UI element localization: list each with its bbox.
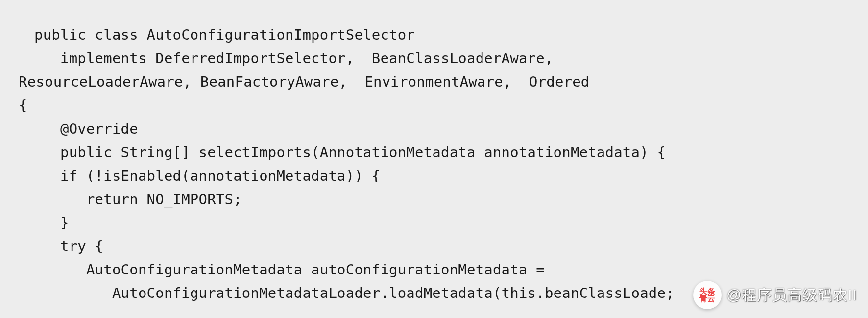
code-line: try { [34, 238, 103, 254]
code-line: return NO_IMPORTS; [34, 191, 242, 207]
code-line: if (!isEnabled(annotationMetadata)) { [34, 167, 380, 184]
code-line: implements DeferredImportSelector, BeanC… [34, 50, 554, 67]
code-block: public class AutoConfigurationImportSele… [0, 14, 868, 305]
code-line: public class AutoConfigurationImportSele… [34, 26, 415, 43]
code-line: } [34, 214, 69, 231]
code-line: ResourceLoaderAware, BeanFactoryAware, E… [19, 73, 590, 90]
code-line: @Override [34, 120, 138, 137]
code-line: AutoConfigurationMetadataLoader.loadMeta… [34, 285, 675, 301]
code-line: AutoConfigurationMetadata autoConfigurat… [34, 261, 545, 278]
code-line: { [19, 97, 27, 114]
code-line: public String[] selectImports(Annotation… [34, 144, 666, 160]
